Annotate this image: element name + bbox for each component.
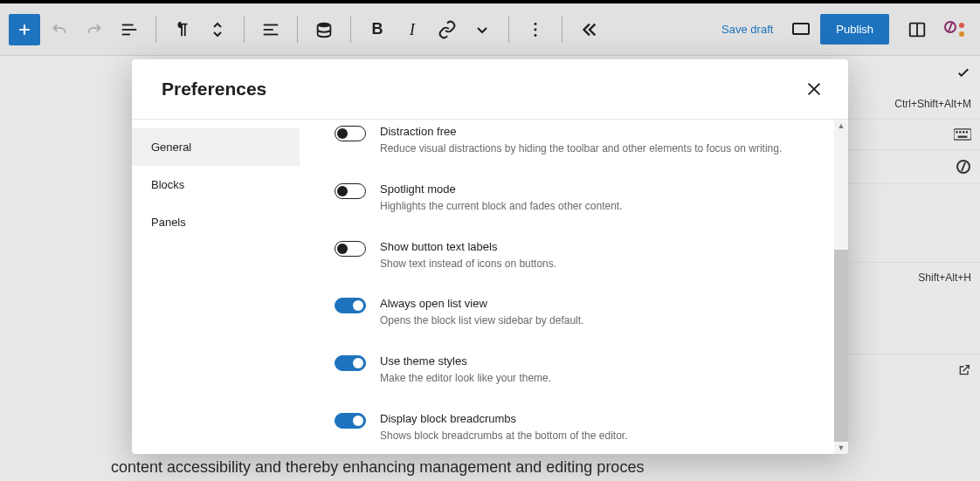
pref-label: Distraction free: [380, 125, 801, 138]
pref-desc: Shows block breadcrumbs at the bottom of…: [380, 429, 799, 443]
scrollbar[interactable]: ▲ ▼: [834, 120, 848, 454]
pref-spotlight-mode: Spotlight mode Highlights the current bl…: [335, 172, 801, 230]
pref-desc: Opens the block list view sidebar by def…: [380, 313, 799, 328]
preferences-modal: Preferences General Blocks Panels Distra…: [132, 59, 848, 454]
modal-title: Preferences: [162, 79, 266, 100]
pref-label: Display block breadcrumbs: [380, 412, 801, 425]
toggle-spotlight-mode[interactable]: [335, 183, 366, 199]
toggle-button-labels[interactable]: [335, 241, 366, 257]
tab-panels[interactable]: Panels: [132, 203, 300, 241]
scroll-up-arrow[interactable]: ▲: [834, 120, 848, 132]
close-button[interactable]: [804, 79, 824, 99]
pref-list-view: Always open list view Opens the block li…: [335, 286, 801, 344]
toggle-distraction-free[interactable]: [335, 126, 366, 141]
pref-desc: Make the editor look like your theme.: [380, 371, 799, 386]
pref-label: Always open list view: [380, 297, 801, 310]
pref-desc: Reduce visual distractions by hiding the…: [380, 141, 799, 156]
pref-button-labels: Show button text labels Show text instea…: [335, 230, 801, 287]
toggle-breadcrumbs[interactable]: [335, 413, 366, 429]
tab-general[interactable]: General: [132, 128, 300, 166]
modal-overlay: Preferences General Blocks Panels Distra…: [0, 0, 980, 481]
preferences-content: Distraction free Reduce visual distracti…: [300, 120, 834, 454]
preferences-sidebar: General Blocks Panels: [132, 120, 300, 454]
toggle-list-view[interactable]: [335, 298, 366, 313]
scroll-thumb[interactable]: [834, 250, 848, 442]
close-icon: [804, 79, 824, 99]
pref-label: Spotlight mode: [380, 182, 801, 196]
pref-theme-styles: Use theme styles Make the editor look li…: [335, 344, 801, 402]
tab-blocks[interactable]: Blocks: [132, 166, 300, 203]
pref-breadcrumbs: Display block breadcrumbs Shows block br…: [335, 402, 801, 454]
toggle-theme-styles[interactable]: [335, 355, 366, 371]
pref-desc: Show text instead of icons on buttons.: [380, 257, 799, 271]
pref-distraction-free: Distraction free Reduce visual distracti…: [335, 125, 801, 172]
pref-label: Use theme styles: [380, 354, 801, 368]
scroll-down-arrow[interactable]: ▼: [834, 442, 848, 454]
pref-desc: Highlights the current block and fades o…: [380, 199, 799, 214]
pref-label: Show button text labels: [380, 240, 801, 253]
